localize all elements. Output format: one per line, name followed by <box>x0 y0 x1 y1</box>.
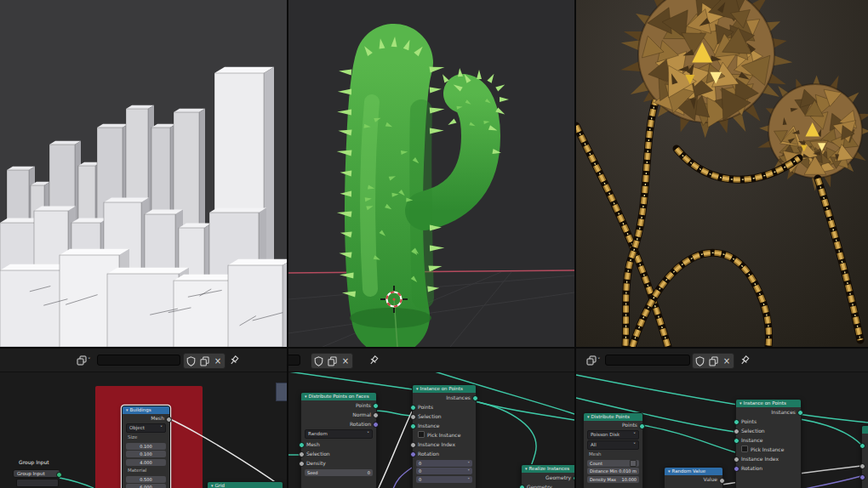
unlink-button[interactable]: × <box>211 355 225 367</box>
input-socket[interactable] <box>859 463 865 469</box>
node-graph[interactable]: ▾Distribute Points on Faces Points Norma… <box>288 372 574 488</box>
shield-icon <box>695 356 705 366</box>
editor-divider[interactable] <box>574 0 576 488</box>
output-socket[interactable] <box>797 410 803 416</box>
grid-node[interactable]: ▾Grid Mesh <box>207 481 283 488</box>
input-socket[interactable] <box>410 405 416 411</box>
pin-icon <box>229 355 239 366</box>
distribute-points-node[interactable]: ▾Distribute Points Points Poisson Disk˅ … <box>583 412 643 488</box>
output-socket[interactable] <box>166 417 172 423</box>
pin-button[interactable] <box>738 354 751 366</box>
browse-node-tree-button[interactable]: ˅ <box>586 355 605 366</box>
input-socket[interactable] <box>519 485 525 488</box>
instance-on-points-node[interactable]: ▾Instance on Points Instances Points Sel… <box>735 399 802 488</box>
value-slider[interactable]: 0.100 <box>126 451 166 457</box>
input-socket[interactable] <box>734 466 740 472</box>
tree-name-field[interactable] <box>288 355 300 366</box>
input-socket[interactable] <box>734 438 740 444</box>
instance-on-points-node[interactable]: ▾Instance on Points Instances Points Sel… <box>412 384 477 488</box>
viewport-editor-divider[interactable] <box>0 347 868 349</box>
duplicate-button[interactable] <box>706 355 720 367</box>
input-label: Rotation <box>418 451 439 457</box>
mode-dropdown[interactable]: Random˅ <box>305 429 373 439</box>
vector-field[interactable]: 0˅ <box>416 468 472 474</box>
vector-field[interactable]: 0˅ <box>416 476 472 483</box>
output-label: Geometry <box>545 474 571 480</box>
buildings-node[interactable]: ▾Buildings Mesh Object˅ Size 0.100 0.100… <box>122 406 170 488</box>
group-input-node[interactable]: Group Input <box>13 469 60 478</box>
input-socket[interactable] <box>734 419 740 425</box>
node-editor-cactus[interactable]: × <box>288 349 574 488</box>
node-editor-city[interactable]: ˅ × <box>0 349 287 488</box>
clipped-node[interactable] <box>861 425 868 488</box>
output-socket[interactable] <box>373 422 379 428</box>
node-graph[interactable]: ▾Distribute Points Points Poisson Disk˅ … <box>576 372 868 488</box>
value-slider[interactable]: Distance Min0.010 m <box>587 468 639 474</box>
output-socket[interactable] <box>373 412 379 418</box>
value-slider[interactable]: 6.000 <box>126 484 166 488</box>
distribute-points-node[interactable]: ▾Distribute Points on Faces Points Norma… <box>300 392 377 488</box>
input-socket[interactable] <box>299 461 305 467</box>
shield-icon <box>314 356 323 366</box>
fake-user-button[interactable] <box>311 355 325 367</box>
unlink-button[interactable]: × <box>339 355 352 367</box>
browse-node-tree-button[interactable]: ˅ <box>77 355 95 366</box>
cactus-render <box>288 0 574 347</box>
node-graph[interactable]: ▾Buildings Mesh Object˅ Size 0.100 0.100… <box>0 372 287 488</box>
pin-button[interactable] <box>227 354 241 366</box>
input-socket[interactable] <box>734 428 740 434</box>
output-socket[interactable] <box>719 478 725 484</box>
value-slider[interactable]: 0.100 <box>126 443 166 450</box>
collapse-icon: ▾ <box>525 466 528 471</box>
input-socket[interactable] <box>734 457 740 462</box>
viewport-gold[interactable] <box>576 0 868 347</box>
input-socket[interactable] <box>410 423 416 429</box>
object-dropdown[interactable]: Object˅ <box>126 423 166 433</box>
value-slider[interactable]: Count <box>587 460 639 467</box>
shield-icon <box>186 356 196 366</box>
input-socket[interactable] <box>299 451 305 457</box>
fake-user-button[interactable] <box>693 355 706 367</box>
value-slider[interactable]: 0.500 <box>126 476 166 483</box>
toggle-button[interactable] <box>630 460 637 467</box>
input-socket[interactable] <box>410 414 416 420</box>
output-socket[interactable] <box>373 403 379 409</box>
input-socket[interactable] <box>859 443 865 449</box>
input-socket[interactable] <box>299 442 305 448</box>
input-socket[interactable] <box>410 451 416 457</box>
mode-dropdown[interactable]: Poisson Disk˅ <box>587 430 639 440</box>
tree-name-field[interactable] <box>97 355 180 366</box>
editor-divider[interactable] <box>287 0 288 488</box>
value-slider[interactable]: 4.000 <box>126 459 166 466</box>
viewport-cactus[interactable] <box>288 0 574 347</box>
tree-name-field[interactable] <box>605 355 690 366</box>
output-socket[interactable] <box>56 472 62 478</box>
unlink-button[interactable]: × <box>720 355 734 367</box>
output-socket[interactable] <box>472 395 478 401</box>
node-editor-gold[interactable]: ˅ × <box>576 349 868 488</box>
viewport-city[interactable] <box>0 0 287 347</box>
duplicate-button[interactable] <box>197 355 211 367</box>
app-window: ˅ × <box>0 0 868 488</box>
group-input-body[interactable] <box>16 479 59 487</box>
value-slider[interactable]: Density Max10.000 <box>587 476 639 483</box>
random-value-node[interactable]: ▾Random Value Value <box>664 467 723 488</box>
node-title: Buildings <box>130 407 151 412</box>
input-socket[interactable] <box>410 442 416 448</box>
duplicate-button[interactable] <box>325 355 339 367</box>
pin-button[interactable] <box>367 354 380 366</box>
vector-field[interactable]: 0˅ <box>416 460 472 467</box>
input-socket[interactable] <box>859 474 865 480</box>
checkbox[interactable] <box>741 445 748 452</box>
checkbox[interactable] <box>418 431 425 438</box>
fake-user-button[interactable] <box>184 355 197 367</box>
realize-instances-node[interactable]: ▾Realize Instances Geometry Geometry <box>521 464 574 488</box>
output-label: Rotation <box>350 421 371 427</box>
output-socket[interactable] <box>639 423 645 429</box>
seed-slider[interactable]: Seed0 <box>305 469 373 476</box>
mode-dropdown[interactable]: All˅ <box>587 440 639 450</box>
node-title: Realize Instances <box>529 466 570 471</box>
node-wire <box>800 476 861 488</box>
collapse-icon: ▾ <box>416 386 419 391</box>
pin-icon <box>368 355 379 366</box>
